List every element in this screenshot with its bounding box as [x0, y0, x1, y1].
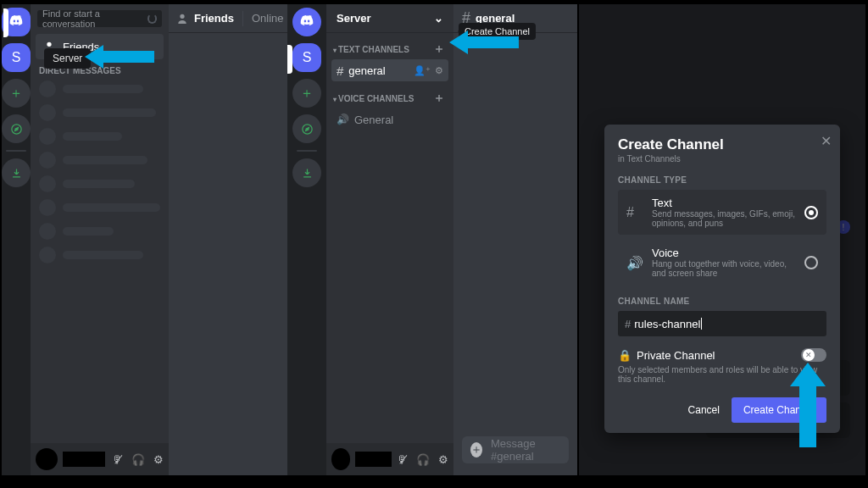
mute-icon[interactable]: 🎙︎̸: [112, 453, 123, 466]
hash-icon: #: [625, 318, 631, 330]
download-button[interactable]: [2, 158, 31, 187]
server-icon[interactable]: S: [2, 43, 31, 72]
option-desc: Hang out together with voice, video, and…: [652, 259, 796, 278]
radio-selected[interactable]: [804, 206, 818, 219]
home-button[interactable]: [292, 8, 321, 36]
panel-server-view: S ＋ Server ⌄ ▾TEXT CHANNELS ＋ # general: [287, 4, 577, 475]
explore-button[interactable]: [292, 114, 321, 143]
speaker-icon: 🔊: [626, 254, 643, 270]
settings-icon[interactable]: ⚙: [153, 453, 164, 466]
username-redacted: [63, 452, 105, 467]
channel-type-label: CHANNEL TYPE: [618, 175, 826, 185]
channel-list: Server ⌄ ▾TEXT CHANNELS ＋ # general 👤⁺ ⚙…: [326, 4, 453, 475]
server-name: Server: [337, 12, 370, 25]
chat-area: # general ＋ Message #general: [453, 4, 577, 475]
user-footer: 🎙︎̸ 🎧 ⚙: [326, 443, 453, 475]
deafen-icon[interactable]: 🎧: [416, 453, 430, 466]
channel-settings-icon[interactable]: ⚙: [435, 65, 443, 76]
modal-title: Create Channel: [618, 136, 826, 153]
speaker-icon: 🔊: [337, 114, 349, 125]
channel-general[interactable]: # general 👤⁺ ⚙: [331, 59, 448, 81]
explore-button[interactable]: [2, 114, 31, 143]
text-channels-category[interactable]: ▾TEXT CHANNELS ＋: [326, 33, 453, 58]
svg-marker-5: [449, 30, 519, 54]
dm-skeleton: [31, 77, 169, 267]
close-icon[interactable]: ✕: [821, 133, 832, 149]
channel-label: general: [348, 64, 385, 77]
annotation-arrow: [788, 363, 827, 447]
chevron-down-icon: ⌄: [434, 12, 443, 25]
mute-icon[interactable]: 🎙︎̸: [397, 453, 408, 466]
invite-icon[interactable]: 👤⁺: [414, 65, 431, 76]
placeholder-text: Message #general: [491, 437, 560, 463]
svg-marker-6: [790, 363, 826, 447]
dm-column: Find or start a conversation Friends DIR…: [31, 4, 169, 475]
svg-marker-3: [305, 127, 309, 130]
voice-channels-category[interactable]: ▾VOICE CHANNELS ＋: [326, 82, 453, 108]
channel-type-voice[interactable]: 🔊 Voice Hang out together with voice, vi…: [618, 240, 826, 285]
input-value: rules-channel: [634, 318, 700, 330]
friends-title: Friends: [194, 12, 234, 25]
user-footer: 🎙︎̸ 🎧 ⚙: [31, 443, 169, 475]
attach-icon[interactable]: ＋: [470, 442, 482, 458]
server-icon[interactable]: S: [292, 43, 321, 72]
hash-icon: #: [626, 205, 634, 220]
channel-type-text[interactable]: # Text Send messages, images, GIFs, emoj…: [618, 190, 826, 235]
option-title: Text: [652, 197, 796, 209]
svg-marker-1: [14, 127, 18, 130]
avatar[interactable]: [331, 448, 350, 470]
dm-search-input[interactable]: Find or start a conversation: [37, 10, 162, 27]
settings-icon[interactable]: ⚙: [438, 453, 448, 466]
server-header[interactable]: Server ⌄: [326, 4, 453, 33]
download-button[interactable]: [292, 158, 321, 187]
radio-unselected[interactable]: [804, 256, 818, 269]
placeholder-text: Find or start a conversation: [42, 8, 147, 29]
modal-subtitle: in Text Channels: [618, 154, 826, 164]
online-tab[interactable]: Online: [252, 12, 284, 25]
hash-icon: #: [337, 64, 343, 78]
avatar[interactable]: [36, 448, 58, 470]
username-redacted: [355, 452, 392, 467]
private-channel-label: Private Channel: [637, 349, 715, 362]
server-gutter: S ＋: [2, 4, 31, 475]
add-server-button[interactable]: ＋: [292, 79, 321, 108]
lock-icon: 🔒: [618, 349, 632, 362]
voice-channel-general[interactable]: 🔊 General: [331, 108, 448, 130]
channel-name-label: CHANNEL NAME: [618, 297, 826, 306]
create-channel-button[interactable]: ＋: [433, 42, 445, 57]
server-gutter: S ＋: [287, 4, 326, 475]
panel-friends-view: S ＋ Find or start a conversation Friends…: [2, 4, 286, 475]
create-voice-channel-button[interactable]: ＋: [433, 91, 445, 106]
add-server-button[interactable]: ＋: [2, 79, 31, 108]
message-input[interactable]: ＋ Message #general: [462, 436, 569, 463]
annotation-arrow: [449, 28, 519, 57]
private-toggle[interactable]: [801, 348, 826, 362]
friends-content: Friends Online: [169, 4, 292, 475]
cancel-button[interactable]: Cancel: [688, 404, 720, 416]
svg-marker-4: [85, 45, 154, 69]
channel-label: General: [354, 114, 393, 126]
option-desc: Send messages, images, GIFs, emoji, opin…: [652, 209, 796, 228]
deafen-icon[interactable]: 🎧: [131, 453, 145, 466]
channel-name-input[interactable]: # rules-channel: [618, 311, 826, 336]
option-title: Voice: [652, 247, 796, 259]
annotation-arrow: [85, 42, 154, 71]
